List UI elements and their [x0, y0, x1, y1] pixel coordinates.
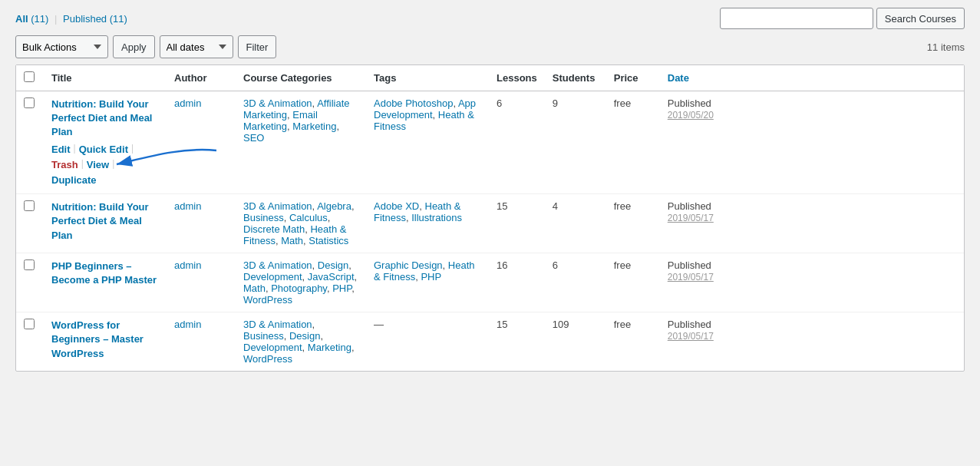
published-status: Published [668, 259, 711, 271]
tag-link[interactable]: Adobe Photoshop [374, 97, 453, 109]
category-link[interactable]: 3D & Animation [243, 319, 312, 330]
filter-links: titleAll (11) | Published (11) [15, 13, 127, 25]
row-checkbox[interactable] [24, 259, 35, 270]
row-students-cell: 4 [545, 194, 606, 253]
category-link[interactable]: Marketing [292, 121, 336, 132]
row-author-cell: admin [167, 194, 236, 253]
table-row: PHP Beginners – Become a PHP Master admi… [16, 253, 964, 312]
col-header-categories: Course Categories [236, 65, 366, 91]
table-row: Nutrition: Build Your Perfect Diet & Mea… [16, 194, 964, 253]
category-link[interactable]: Discrete Math [243, 223, 305, 235]
tag-link[interactable]: Graphic Design [374, 259, 443, 271]
col-header-author: Author [167, 65, 236, 91]
category-link[interactable]: PHP [332, 283, 351, 294]
row-date-cell: Published 2019/05/17 [660, 253, 964, 312]
quick-edit-link[interactable]: Quick Edit [79, 143, 128, 157]
view-link[interactable]: View [87, 158, 109, 172]
row-lessons-cell: 6 [489, 91, 545, 194]
category-link[interactable]: Calculus [289, 212, 328, 223]
row-tags-cell: Graphic Design, Heath & Fitness, PHP [366, 253, 489, 312]
select-all-checkbox[interactable] [24, 71, 35, 82]
bulk-actions-select[interactable]: Bulk Actions Edit Move to Trash [15, 35, 108, 58]
items-count: 11 items [927, 41, 965, 53]
category-link[interactable]: JavaScript [308, 271, 355, 283]
row-lessons-cell: 16 [489, 253, 545, 312]
course-title-link[interactable]: PHP Beginners – Become a PHP Master [51, 260, 157, 286]
row-lessons-cell: 15 [489, 194, 545, 253]
duplicate-link[interactable]: Duplicate [51, 174, 97, 187]
tag-link[interactable]: Illustrations [411, 212, 462, 223]
category-link[interactable]: 3D & Animation [243, 259, 312, 271]
row-date-cell: Published 2019/05/17 [660, 194, 964, 253]
row-students-cell: 9 [545, 91, 606, 194]
tag-link[interactable]: PHP [421, 271, 441, 283]
category-link[interactable]: Math [243, 283, 266, 294]
col-header-title: Title [44, 65, 167, 91]
category-link[interactable]: SEO [243, 132, 264, 144]
row-date-cell: Published 2019/05/20 [660, 91, 964, 194]
edit-link[interactable]: Edit [51, 143, 71, 157]
row-checkbox[interactable] [24, 200, 35, 211]
row-categories-cell: 3D & Animation, Affiliate Marketing, Ema… [236, 91, 366, 194]
author-link[interactable]: admin [174, 259, 201, 271]
course-title-link[interactable]: Nutrition: Build Your Perfect Diet and M… [51, 98, 153, 137]
category-link[interactable]: Design [318, 259, 348, 271]
all-filter-link[interactable]: titleAll (11) [15, 13, 48, 25]
category-link[interactable]: Business [243, 330, 284, 342]
row-price-cell: free [606, 194, 660, 253]
published-filter-link[interactable]: Published (11) [63, 13, 127, 25]
category-link[interactable]: 3D & Animation [243, 97, 312, 109]
published-date: 2019/05/17 [668, 331, 714, 342]
category-link[interactable]: Design [289, 330, 320, 342]
row-title-cell: WordPress for Beginners – Master WordPre… [44, 312, 167, 372]
trash-link[interactable]: Trash [51, 158, 78, 172]
category-link[interactable]: Statistics [309, 235, 348, 246]
row-checkbox-cell [16, 312, 44, 372]
table-row: Nutrition: Build Your Perfect Diet and M… [16, 91, 964, 194]
category-link[interactable]: WordPress [243, 353, 292, 365]
search-input[interactable] [720, 8, 873, 29]
select-all-header [16, 65, 44, 91]
dates-select[interactable]: All dates May 2019 [160, 35, 233, 58]
published-status: Published [668, 200, 711, 212]
row-students-cell: 109 [545, 312, 606, 372]
date-sort-link[interactable]: Date [668, 72, 689, 84]
category-link[interactable]: Photography [271, 283, 327, 294]
course-title-link[interactable]: WordPress for Beginners – Master WordPre… [51, 319, 144, 359]
category-link[interactable]: 3D & Animation [243, 200, 312, 212]
filter-button[interactable]: Filter [238, 35, 277, 58]
row-tags-cell: Adobe Photoshop, App Development, Heath … [366, 91, 489, 194]
author-link[interactable]: admin [174, 97, 201, 109]
row-lessons-cell: 15 [489, 312, 545, 372]
category-link[interactable]: Business [243, 212, 284, 223]
category-link[interactable]: Algebra [317, 200, 351, 212]
category-link[interactable]: Marketing [308, 342, 351, 353]
table-row: WordPress for Beginners – Master WordPre… [16, 312, 964, 372]
apply-button[interactable]: Apply [113, 35, 155, 58]
published-status: Published [668, 97, 711, 109]
col-header-lessons: Lessons [489, 65, 545, 91]
category-link[interactable]: Math [281, 235, 303, 246]
courses-table-container: Title Author Course Categories Tags Less… [15, 64, 965, 372]
row-checkbox[interactable] [24, 319, 35, 329]
tag-link[interactable]: Adobe XD [374, 200, 419, 212]
row-categories-cell: 3D & Animation, Design, Development, Jav… [236, 253, 366, 312]
row-author-cell: admin [167, 253, 236, 312]
row-checkbox-cell [16, 253, 44, 312]
category-link[interactable]: Development [243, 342, 302, 353]
row-author-cell: admin [167, 312, 236, 372]
category-link[interactable]: Development [243, 271, 302, 283]
author-link[interactable]: admin [174, 319, 201, 330]
row-tags-cell: Adobe XD, Heath & Fitness, Illustrations [366, 194, 489, 253]
published-status: Published [668, 319, 711, 330]
published-date: 2019/05/17 [668, 213, 714, 223]
row-tags-cell: — [366, 312, 489, 372]
row-checkbox-cell [16, 91, 44, 194]
category-link[interactable]: WordPress [243, 294, 292, 306]
row-actions: Edit | Quick Edit | Trash | View | Dupli… [51, 143, 159, 188]
author-link[interactable]: admin [174, 200, 201, 212]
row-checkbox[interactable] [24, 97, 35, 108]
course-title-link[interactable]: Nutrition: Build Your Perfect Diet & Mea… [51, 201, 149, 240]
row-categories-cell: 3D & Animation, Algebra, Business, Calcu… [236, 194, 366, 253]
search-courses-button[interactable]: Search Courses [876, 8, 965, 29]
